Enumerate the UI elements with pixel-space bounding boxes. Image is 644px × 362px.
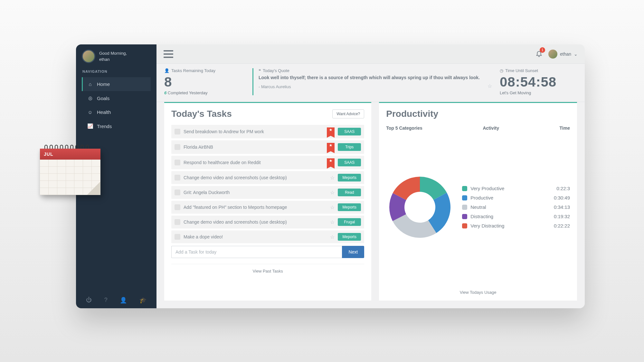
legend-swatch	[462, 186, 467, 191]
task-checkbox[interactable]	[175, 234, 180, 240]
avatar[interactable]	[82, 50, 95, 63]
task-checkbox[interactable]	[175, 160, 180, 165]
productivity-title: Productivity	[386, 109, 438, 119]
topbar-username: ethan	[560, 51, 571, 57]
task-checkbox[interactable]	[175, 129, 180, 135]
ribbon-icon	[327, 143, 335, 151]
star-button[interactable]: ☆	[330, 219, 335, 225]
task-text: Change demo video and screenshots (use d…	[184, 219, 327, 225]
task-checkbox[interactable]	[175, 190, 180, 195]
task-text: Change demo video and screenshots (use d…	[184, 175, 327, 180]
task-tag[interactable]: Read	[338, 189, 361, 196]
help-icon[interactable]: ?	[104, 297, 108, 304]
legend-time: 0:34:13	[554, 204, 570, 210]
task-text: Grit: Angela Duckworth	[184, 190, 327, 195]
sidebar-item-goals[interactable]: ◎Goals	[82, 91, 151, 105]
sidebar-footer: ⏻ ? 👤 🎓	[76, 292, 156, 308]
task-row: Change demo video and screenshots (use d…	[171, 216, 364, 228]
legend-swatch	[462, 214, 467, 219]
task-checkbox[interactable]	[175, 219, 180, 225]
calendar-month: JUL	[40, 149, 100, 160]
chart-icon: 📈	[87, 123, 93, 129]
view-past-tasks-link[interactable]: View Past Tasks	[171, 264, 364, 274]
quote-author: - Marcus Aurelius	[259, 84, 291, 89]
sidebar-item-trends[interactable]: 📈Trends	[82, 119, 151, 133]
task-tag[interactable]: Meports	[338, 233, 361, 241]
main-area: 1 ethan ⌄ 👤Tasks Remaining Today 8 6 Com…	[156, 44, 585, 308]
tasks-yesterday-count: 6	[164, 90, 166, 95]
task-checkbox[interactable]	[175, 144, 180, 150]
star-quote-button[interactable]: ☆	[488, 83, 492, 89]
clock-icon: ◷	[500, 68, 503, 73]
home-icon: ⌂	[87, 81, 93, 87]
legend-time: 0:22:3	[556, 186, 570, 191]
target-icon: ◎	[87, 95, 93, 101]
task-tag[interactable]: Meports	[338, 174, 361, 181]
sidebar-item-home[interactable]: ⌂Home	[82, 77, 151, 91]
legend-row: Neutral0:34:13	[462, 204, 570, 210]
hamburger-icon[interactable]	[164, 50, 173, 58]
avatar-small	[548, 50, 557, 59]
task-text: Add "featured on PH" section to Meports …	[184, 205, 327, 210]
sidebar-item-label: Trends	[97, 124, 112, 129]
power-icon[interactable]: ⏻	[86, 297, 92, 304]
task-row: Make a dope video!☆Meports	[171, 230, 364, 243]
task-tag[interactable]: SAAS	[338, 128, 361, 135]
time-subtitle: Let's Get Moving	[500, 90, 577, 95]
legend-label: Very Productive	[470, 186, 504, 191]
notifications-button[interactable]: 1	[535, 50, 543, 58]
star-button[interactable]: ☆	[330, 204, 335, 210]
task-checkbox[interactable]	[175, 204, 180, 210]
legend-label: Very Distracting	[470, 223, 504, 228]
legend-swatch	[462, 223, 467, 228]
tasks-yesterday-text: Completed Yesterday	[168, 90, 208, 95]
sidebar-item-label: Home	[97, 81, 110, 87]
smile-icon: ☺	[87, 109, 93, 115]
task-tag[interactable]: Meports	[338, 203, 361, 211]
legend-swatch	[462, 195, 467, 200]
task-tag[interactable]: SAAS	[338, 159, 361, 166]
star-button[interactable]: ☆	[330, 234, 335, 240]
productivity-panel: Productivity Top 5 Categories Activity T…	[379, 102, 577, 301]
legend-row: Distracting0:19:32	[462, 214, 570, 219]
ribbon-icon	[327, 158, 335, 167]
tasks-remaining-title: Tasks Remaining Today	[171, 68, 215, 73]
person-icon: 👤	[164, 68, 169, 73]
legend-label: Productive	[470, 195, 493, 200]
col-activity: Activity	[483, 125, 499, 131]
app-window: Good Morning, ethan NAVIGATION ⌂Home◎Goa…	[76, 44, 585, 308]
notifications-badge: 1	[540, 47, 545, 53]
star-button[interactable]: ☆	[330, 175, 335, 181]
tasks-remaining-count: 8	[164, 74, 245, 90]
task-row: Add "featured on PH" section to Meports …	[171, 201, 364, 214]
greeting-text: Good Morning,	[99, 51, 127, 56]
topbar: 1 ethan ⌄	[156, 44, 585, 64]
task-tag[interactable]: Frugal	[338, 218, 361, 226]
next-button[interactable]: Next	[342, 246, 364, 258]
sidebar-item-health[interactable]: ☺Health	[82, 105, 151, 119]
graduation-icon[interactable]: 🎓	[139, 297, 147, 304]
legend-row: Very Distracting0:22:22	[462, 223, 570, 228]
col-time: Time	[560, 125, 570, 131]
productivity-donut-chart	[386, 173, 454, 241]
task-row: Respond to healthcare dude on RedditSAAS	[171, 156, 364, 169]
user-menu[interactable]: ethan ⌄	[548, 50, 578, 59]
add-task-input[interactable]	[171, 246, 342, 258]
quote-body: Look well into thyself; there is a sourc…	[259, 74, 492, 81]
legend-time: 0:30:49	[554, 195, 570, 200]
task-row: Grit: Angela Duckworth☆Read	[171, 186, 364, 199]
task-tag[interactable]: Trips	[338, 143, 361, 151]
legend-label: Neutral	[470, 204, 486, 210]
task-row: Send breakdown to Andrew for PM workSAAS	[171, 125, 364, 138]
task-text: Respond to healthcare dude on Reddit	[184, 160, 324, 165]
tasks-panel: Today's Tasks Want Advice? Send breakdow…	[164, 102, 371, 301]
want-advice-button[interactable]: Want Advice?	[332, 109, 364, 118]
legend-time: 0:19:32	[554, 214, 570, 219]
task-checkbox[interactable]	[175, 175, 180, 181]
task-row: Florida AirBNBTrips	[171, 140, 364, 154]
view-todays-usage-link[interactable]: View Todays Usage	[386, 285, 570, 295]
time-until-sunset: 08:54:58	[500, 74, 577, 90]
star-button[interactable]: ☆	[330, 190, 335, 196]
user-icon[interactable]: 👤	[120, 297, 127, 304]
greeting-name: ethan	[99, 57, 127, 62]
